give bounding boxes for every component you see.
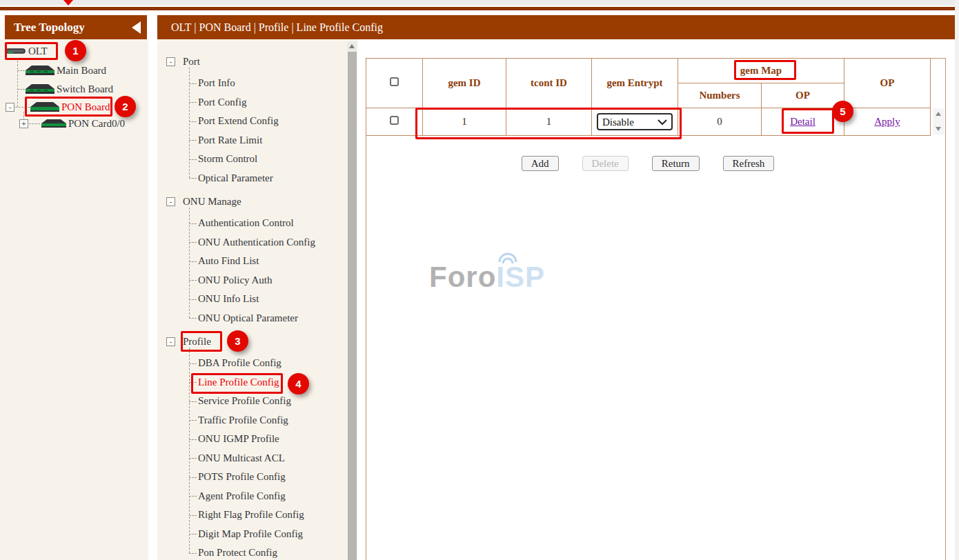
- select-all-checkbox[interactable]: [390, 77, 399, 86]
- nav-item-agent-profile-config[interactable]: Agent Profile Config: [157, 487, 357, 506]
- column-header-gem-id: gem ID: [423, 59, 506, 108]
- expand-plus-icon[interactable]: +: [19, 119, 28, 128]
- nav-item-dba-profile-config[interactable]: DBA Profile Config: [157, 354, 357, 373]
- delete-button[interactable]: Delete: [582, 156, 629, 171]
- antenna-waves-icon: [493, 250, 523, 265]
- nav-group-row-onu-manage[interactable]: - ONU Manage: [157, 189, 357, 214]
- nav-group-profile: - Profile DBA Profile Config Line Profil…: [157, 329, 357, 560]
- gem-entrypt-select[interactable]: Disable: [597, 113, 673, 130]
- column-header-tcont-id: tcont ID: [506, 59, 592, 108]
- board-device-icon: [26, 65, 55, 76]
- refresh-button[interactable]: Refresh: [723, 156, 775, 171]
- tree-connector: [17, 89, 25, 90]
- tree-node-label: PON Board: [61, 101, 110, 113]
- nav-items-profile: DBA Profile Config Line Profile Config S…: [157, 354, 357, 560]
- nav-group-port: - Port Port Info Port Config Port Extend…: [157, 49, 357, 188]
- table-body-scrollbar[interactable]: [933, 108, 945, 134]
- tree-topology-panel: - + OLT Main Board Switch Board: [0, 39, 148, 560]
- nav-item-digit-map-profile-config[interactable]: Digit Map Profile Config: [157, 525, 357, 544]
- map-numbers-cell: 0: [678, 108, 762, 136]
- down-arrow-icon: [936, 127, 941, 131]
- header-select-all-cell: [366, 59, 423, 108]
- nav-scrollbar[interactable]: [347, 41, 357, 560]
- column-header-gem-map: gem Map: [678, 59, 844, 83]
- tree-topology-title: Tree Topology: [14, 21, 85, 34]
- nav-item-port-rate-limit[interactable]: Port Rate Limit: [157, 131, 357, 150]
- collapse-minus-icon[interactable]: -: [166, 197, 175, 206]
- nav-item-onu-policy-auth[interactable]: ONU Policy Auth: [157, 271, 357, 290]
- scroll-up-icon[interactable]: [347, 41, 357, 51]
- nav-group-label: Port: [183, 56, 200, 68]
- foroisp-watermark: ForoISP: [429, 261, 545, 294]
- apply-link[interactable]: Apply: [874, 116, 900, 127]
- nav-item-port-info[interactable]: Port Info: [157, 74, 357, 93]
- board-device-icon: [26, 83, 55, 94]
- nav-item-onu-info-list[interactable]: ONU Info List: [157, 290, 357, 309]
- gem-config-table-body: 1 1 Disable 0 Detail Apply: [366, 108, 931, 136]
- nav-item-service-profile-config[interactable]: Service Profile Config: [157, 392, 357, 411]
- tree-connector: [17, 70, 25, 71]
- nav-item-authentication-control[interactable]: Authentication Control: [157, 214, 357, 233]
- tree-topology-header: Tree Topology: [5, 15, 147, 39]
- nav-item-auto-find-list[interactable]: Auto Find List: [157, 252, 357, 271]
- map-op-cell: Detail: [762, 108, 844, 136]
- tree-node-label: PON Card0/0: [68, 118, 125, 130]
- row-select-cell: [366, 108, 423, 136]
- column-header-numbers: Numbers: [678, 83, 762, 108]
- row-checkbox[interactable]: [390, 116, 399, 125]
- board-device-icon: [30, 101, 59, 112]
- nav-group-row-port[interactable]: - Port: [157, 49, 357, 74]
- gem-config-table-header: gem ID tcont ID gem Entrypt gem Map OP N…: [366, 58, 931, 108]
- return-button[interactable]: Return: [652, 156, 700, 171]
- collapse-minus-icon[interactable]: -: [166, 57, 175, 66]
- feature-nav-panel: - Port Port Info Port Config Port Extend…: [157, 39, 357, 560]
- nav-group-label: Profile: [183, 336, 211, 348]
- top-gray-strip: [0, 0, 959, 6]
- nav-item-port-config[interactable]: Port Config: [157, 93, 357, 112]
- collapse-minus-icon[interactable]: -: [166, 337, 175, 346]
- nav-group-label: ONU Manage: [183, 196, 241, 208]
- tree-node-label: OLT: [28, 46, 48, 57]
- nav-item-port-extend-config[interactable]: Port Extend Config: [157, 112, 357, 131]
- tree-connector: [15, 107, 30, 108]
- detail-link[interactable]: Detail: [790, 116, 815, 127]
- table-toolbar: Add Delete Return Refresh: [366, 156, 930, 171]
- collapse-minus-icon[interactable]: -: [6, 103, 14, 112]
- nav-item-onu-optical-parameter[interactable]: ONU Optical Parameter: [157, 309, 357, 328]
- sidebar-collapse-icon[interactable]: [132, 21, 141, 34]
- tree-node-pon-board[interactable]: PON Board: [30, 99, 110, 115]
- nav-item-onu-igmp-profile[interactable]: ONU IGMP Profile: [157, 430, 357, 449]
- nav-item-line-profile-config[interactable]: Line Profile Config: [157, 373, 357, 392]
- nav-group-row-profile[interactable]: - Profile: [157, 329, 357, 354]
- tree-connector: [29, 123, 40, 124]
- nav-scrollbar-thumb[interactable]: [348, 52, 357, 560]
- up-arrow-icon: [936, 112, 941, 116]
- nav-item-onu-authentication-config[interactable]: ONU Authentication Config: [157, 233, 357, 252]
- nav-item-storm-control[interactable]: Storm Control: [157, 150, 357, 169]
- gem-id-cell: 1: [423, 108, 506, 136]
- tree-node-label: Main Board: [57, 65, 106, 77]
- nav-item-traffic-profile-config[interactable]: Traffic Profile Config: [157, 411, 357, 430]
- olt-device-icon: [6, 47, 26, 55]
- nav-item-right-flag-profile-config[interactable]: Right Flag Profile Config: [157, 506, 357, 525]
- column-header-op: OP: [844, 59, 931, 108]
- nav-item-pots-profile-config[interactable]: POTS Profile Config: [157, 468, 357, 487]
- op-cell: Apply: [844, 108, 931, 136]
- tree-connector: [17, 61, 18, 107]
- breadcrumb-bar: OLT | PON Board | Profile | Line Profile…: [157, 15, 955, 39]
- tree-node-olt[interactable]: OLT: [6, 43, 48, 59]
- column-header-gem-entrypt: gem Entrypt: [592, 59, 678, 108]
- nav-item-optical-parameter[interactable]: Optical Parameter: [157, 169, 357, 188]
- nav-item-onu-multicast-acl[interactable]: ONU Multicast ACL: [157, 449, 357, 468]
- page-scrollbar-track[interactable]: [955, 0, 959, 560]
- gem-entrypt-cell: Disable: [592, 108, 678, 136]
- nav-items-onu-manage: Authentication Control ONU Authenticatio…: [157, 214, 357, 328]
- up-arrow-icon: [349, 44, 355, 48]
- tree-node-switch-board[interactable]: Switch Board: [26, 81, 113, 97]
- tcont-id-cell: 1: [506, 108, 592, 136]
- nav-item-pon-protect-config[interactable]: Pon Protect Config: [157, 543, 357, 560]
- tree-node-label: Switch Board: [57, 83, 113, 95]
- tree-node-main-board[interactable]: Main Board: [26, 62, 106, 79]
- add-button[interactable]: Add: [522, 156, 559, 171]
- tree-node-pon-card[interactable]: PON Card0/0: [41, 115, 125, 132]
